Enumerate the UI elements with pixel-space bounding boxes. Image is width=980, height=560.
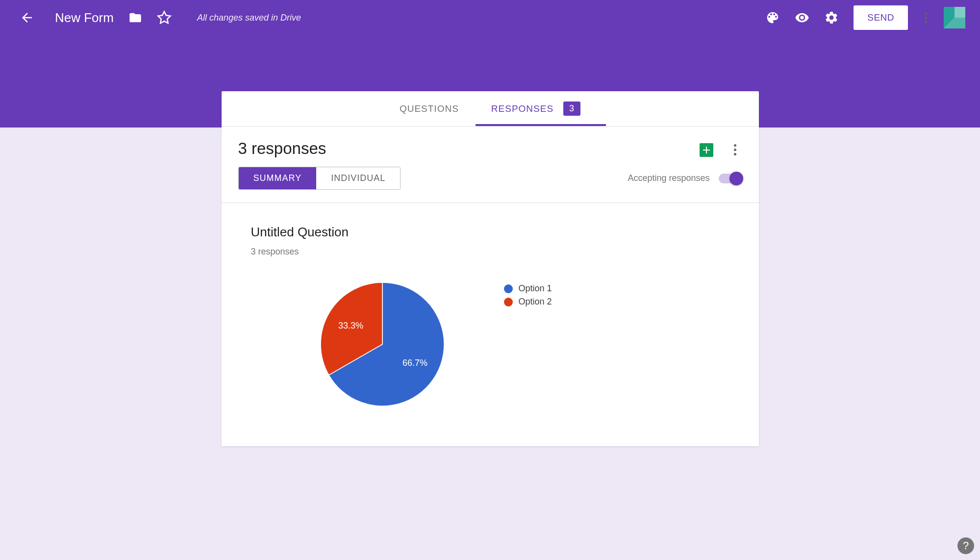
folder-icon[interactable] <box>128 11 142 25</box>
responses-header: 3 responses <box>222 127 759 158</box>
settings-icon[interactable] <box>824 10 839 25</box>
main-card: QUESTIONS RESPONSES 3 3 responses SUMMAR… <box>222 91 759 446</box>
help-icon[interactable]: ? <box>957 537 974 554</box>
sheets-icon[interactable] <box>700 143 713 157</box>
individual-toggle[interactable]: INDIVIDUAL <box>316 167 400 189</box>
legend-swatch <box>504 284 513 293</box>
chart-area: 66.7%33.3% Option 1Option 2 <box>251 281 729 407</box>
accepting-label: Accepting responses <box>628 173 709 183</box>
back-arrow-icon[interactable] <box>20 10 34 25</box>
question-title: Untitled Question <box>251 225 729 240</box>
chart-legend: Option 1Option 2 <box>504 281 552 310</box>
accepting-switch[interactable] <box>719 174 742 183</box>
palette-icon[interactable] <box>765 10 780 25</box>
view-controls: SUMMARY INDIVIDUAL Accepting responses <box>222 158 759 203</box>
save-status: All changes saved in Drive <box>197 13 301 23</box>
card-tabs: QUESTIONS RESPONSES 3 <box>222 91 759 127</box>
legend-item: Option 1 <box>504 283 552 294</box>
avatar[interactable] <box>944 7 965 28</box>
question-section: Untitled Question 3 responses 66.7%33.3%… <box>222 203 759 446</box>
pie-chart: 66.7%33.3% <box>320 281 445 407</box>
tab-questions[interactable]: QUESTIONS <box>400 91 459 126</box>
question-count: 3 responses <box>251 247 729 257</box>
responses-title: 3 responses <box>238 139 327 158</box>
summary-toggle[interactable]: SUMMARY <box>239 167 317 189</box>
send-button[interactable]: SEND <box>854 5 908 30</box>
toolbar-left: New Form All changes saved in Drive <box>20 10 301 25</box>
star-icon[interactable] <box>157 10 172 25</box>
toolbar-right: SEND <box>765 5 965 30</box>
responses-badge: 3 <box>563 102 580 116</box>
pie-slice-label: 33.3% <box>338 321 363 331</box>
toolbar: New Form All changes saved in Drive SEND <box>0 0 980 35</box>
responses-more-icon[interactable] <box>732 142 738 157</box>
view-toggle: SUMMARY INDIVIDUAL <box>238 167 401 190</box>
legend-swatch <box>504 298 513 306</box>
pie-slice-label: 66.7% <box>402 358 427 368</box>
tab-responses[interactable]: RESPONSES 3 <box>491 91 580 126</box>
legend-label: Option 1 <box>519 283 552 294</box>
preview-icon[interactable] <box>795 10 809 25</box>
form-title[interactable]: New Form <box>55 10 114 25</box>
legend-item: Option 2 <box>504 297 552 307</box>
more-menu-icon[interactable] <box>923 10 929 25</box>
tab-responses-label: RESPONSES <box>491 103 553 114</box>
responses-actions <box>700 142 738 157</box>
legend-label: Option 2 <box>519 297 552 307</box>
accepting-responses: Accepting responses <box>628 173 742 183</box>
